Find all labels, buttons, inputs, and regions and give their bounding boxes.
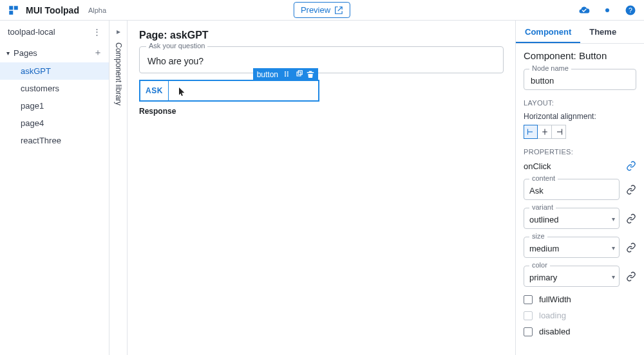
bind-icon-content[interactable]	[626, 185, 636, 195]
response-heading: Response	[139, 107, 504, 116]
svg-point-7	[287, 73, 289, 74]
svg-point-6	[287, 71, 289, 72]
node-name-value: button	[531, 76, 629, 86]
svg-point-0	[605, 8, 609, 12]
page-item-askGPT[interactable]: askGPT	[0, 62, 109, 80]
disabled-label: disabled	[539, 327, 570, 336]
content-value: Ask	[529, 186, 614, 196]
toolpad-logo	[8, 5, 19, 16]
selection-type-label: button	[257, 70, 278, 79]
inspector-title: Component: Button	[524, 50, 636, 61]
duplicate-icon[interactable]	[295, 70, 303, 80]
ask-button[interactable]: ASK	[140, 81, 169, 100]
cursor-icon	[179, 87, 185, 96]
layout-section-label: LAYOUT:	[524, 99, 636, 107]
properties-section-label: PROPERTIES:	[524, 148, 636, 156]
fullWidth-label: fullWidth	[539, 295, 571, 304]
node-name-label: Node name	[529, 64, 571, 72]
loading-label: loading	[539, 311, 566, 320]
page-item-page4[interactable]: page4	[0, 114, 109, 132]
question-input[interactable]: Ask your question Who are you?	[139, 46, 504, 73]
delete-icon[interactable]	[307, 70, 314, 80]
variant-value: outlined	[529, 215, 614, 224]
pages-collapse-icon[interactable]: ▾	[6, 50, 10, 57]
add-page-icon[interactable]: ＋	[93, 47, 102, 59]
chevron-down-icon: ▾	[612, 215, 615, 222]
ask-button-selection[interactable]: button ASK	[139, 80, 319, 102]
checkbox-icon	[524, 295, 533, 304]
onClick-label: onClick	[524, 161, 551, 171]
question-input-value: Who are you?	[147, 56, 495, 66]
tab-theme[interactable]: Theme	[580, 21, 625, 43]
variant-select[interactable]: variant outlined ▾	[524, 208, 620, 229]
color-value: primary	[529, 273, 614, 282]
content-label: content	[529, 174, 558, 182]
size-label: size	[529, 232, 547, 240]
halign-label: Horizontal alignment:	[524, 112, 636, 121]
svg-text:?: ?	[629, 6, 632, 14]
variant-label: variant	[529, 203, 556, 211]
alpha-tag: Alpha	[88, 6, 106, 14]
bind-icon-size[interactable]	[626, 242, 636, 253]
open-external-icon	[334, 6, 343, 15]
page-item-customers[interactable]: customers	[0, 80, 109, 97]
checkbox-icon	[524, 311, 533, 320]
svg-point-8	[287, 75, 289, 76]
disabled-checkbox-row[interactable]: disabled	[524, 327, 636, 336]
checkbox-icon	[524, 327, 533, 336]
align-start-button[interactable]	[524, 125, 538, 139]
project-menu-icon[interactable]: ⋮	[93, 28, 101, 36]
size-value: medium	[529, 244, 614, 253]
brand-name: MUI Toolpad	[26, 5, 79, 15]
drag-handle-icon[interactable]	[283, 70, 291, 80]
expand-library-icon[interactable]: ▸	[117, 27, 120, 36]
page-item-reactThree[interactable]: reactThree	[0, 132, 109, 149]
content-field[interactable]: content Ask	[524, 179, 620, 200]
fullWidth-checkbox-row[interactable]: fullWidth	[524, 295, 636, 304]
theme-toggle-icon[interactable]	[601, 5, 613, 16]
chevron-down-icon: ▾	[612, 244, 615, 251]
chevron-down-icon: ▾	[612, 273, 615, 280]
help-icon[interactable]: ?	[625, 5, 636, 16]
align-center-button[interactable]	[538, 125, 552, 139]
size-select[interactable]: size medium ▾	[524, 237, 620, 258]
question-input-label: Ask your question	[146, 42, 207, 50]
preview-button[interactable]: Preview	[294, 2, 350, 18]
svg-point-5	[285, 75, 286, 76]
color-label: color	[529, 261, 550, 269]
pages-label: Pages	[14, 48, 37, 58]
page-title: Page: askGPT	[139, 30, 504, 41]
cloud-done-icon[interactable]	[578, 5, 590, 16]
bind-icon-color[interactable]	[626, 271, 636, 282]
loading-checkbox-row: loading	[524, 311, 636, 320]
align-end-button[interactable]	[552, 125, 566, 139]
project-name: toolpad-local	[8, 27, 55, 37]
preview-button-label: Preview	[301, 5, 330, 15]
selection-toolbar: button	[253, 68, 318, 81]
tab-component[interactable]: Component	[516, 21, 580, 43]
svg-point-3	[285, 71, 286, 72]
bind-icon-variant[interactable]	[626, 214, 636, 224]
svg-point-4	[285, 73, 286, 74]
bind-icon-onClick[interactable]	[626, 161, 636, 171]
pages-list: askGPT customers page1 page4 reactThree	[0, 62, 109, 149]
page-item-page1[interactable]: page1	[0, 97, 109, 114]
halign-group	[524, 125, 636, 139]
svg-rect-10	[298, 70, 302, 74]
node-name-field[interactable]: Node name button	[524, 69, 636, 90]
color-select[interactable]: color primary ▾	[524, 266, 620, 287]
svg-rect-9	[297, 72, 301, 76]
component-library-label: Component library	[114, 42, 123, 105]
